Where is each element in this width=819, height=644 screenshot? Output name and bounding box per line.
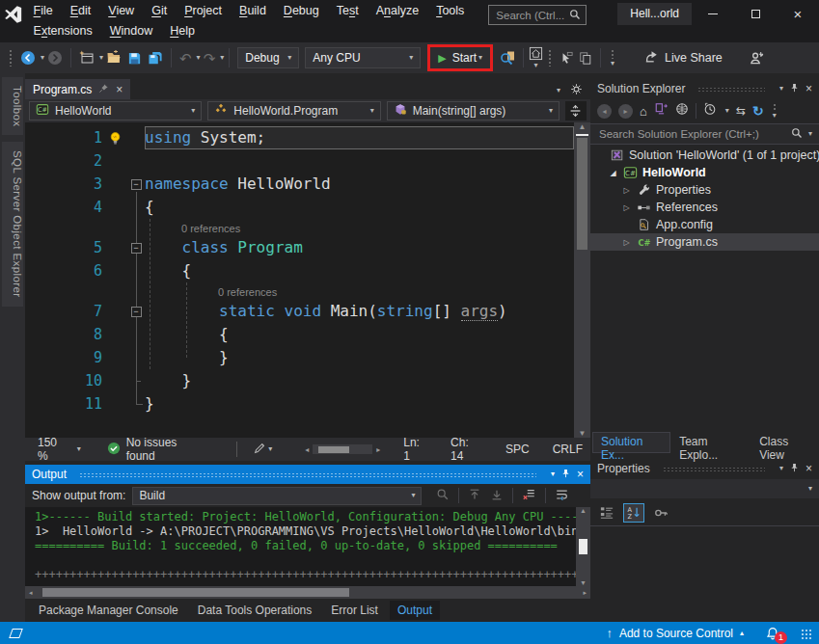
tree-expander-icon[interactable]: ▷ <box>621 186 632 195</box>
scroll-up-arrow[interactable]: ▲ <box>579 122 587 131</box>
code-line-10[interactable]: 10 } <box>25 369 574 392</box>
home-icon[interactable]: ⌂ <box>640 105 647 118</box>
code-line-8[interactable]: 8 { <box>25 323 574 346</box>
spaces-indicator[interactable]: SPC <box>505 443 530 456</box>
output-window-position-dropdown[interactable]: ▾ <box>551 470 555 478</box>
solution-platform-dropdown[interactable]: Any CPU▾ <box>305 47 421 68</box>
project-dropdown[interactable]: C# HelloWorld ▾ <box>29 101 202 121</box>
properties-object-dropdown[interactable]: ▾ <box>590 479 819 498</box>
navigate-back-button[interactable] <box>17 46 39 69</box>
collapse-minus-icon[interactable]: − <box>131 307 142 317</box>
open-file-button[interactable] <box>103 46 124 69</box>
scrollbar-thumb[interactable] <box>42 588 349 597</box>
tree-item-program-cs[interactable]: ▷C#Program.cs <box>590 233 819 251</box>
menu-item-git[interactable]: Git <box>143 4 176 17</box>
code-line-4[interactable]: 4{ <box>25 196 574 219</box>
code-line-3[interactable]: 3−namespace HelloWorld <box>25 173 574 196</box>
pin-tab-icon[interactable] <box>98 83 109 96</box>
source-control-dropdown[interactable]: ▴ <box>740 629 744 637</box>
toolbar-overflow-button[interactable]: ▾ <box>606 49 619 67</box>
code-line-1[interactable]: 1using System; <box>25 126 574 149</box>
menu-item-project[interactable]: Project <box>176 4 231 17</box>
menu-item-tools[interactable]: Tools <box>427 4 473 17</box>
pin-panel-icon[interactable] <box>560 468 571 482</box>
back-button[interactable]: ◂ <box>597 104 612 119</box>
codelens-references[interactable]: 0 references <box>218 286 277 298</box>
menu-item-test[interactable]: Test <box>328 4 368 17</box>
bottom-tab-output[interactable]: Output <box>390 601 440 620</box>
line-ending-indicator[interactable]: CRLF <box>553 443 583 456</box>
navigate-cursor-button[interactable] <box>557 46 576 69</box>
tree-expander-icon[interactable]: ▷ <box>621 203 632 212</box>
toolbar-grip[interactable] <box>9 49 13 67</box>
codelens-row[interactable]: 0 references <box>25 282 574 300</box>
menu-item-build[interactable]: Build <box>231 4 275 17</box>
pending-changes-filter-icon[interactable] <box>703 102 717 120</box>
tree-item-references[interactable]: ▷References <box>590 199 819 216</box>
active-files-dropdown[interactable]: ▾ <box>557 87 560 94</box>
codelens-row[interactable]: 0 references <box>25 219 574 236</box>
code-line-5[interactable]: 5− class Program <box>25 236 574 259</box>
sync-with-active-document-icon[interactable]: ⇆ <box>736 105 746 117</box>
scrollbar-thumb[interactable] <box>579 539 587 554</box>
properties-header[interactable]: Properties ▾ × <box>590 459 819 478</box>
previous-message-icon[interactable] <box>468 488 481 504</box>
panel-tab-team-explo[interactable]: Team Explo... <box>670 432 751 453</box>
bottom-tab-package-manager-console[interactable]: Package Manager Console <box>31 601 186 620</box>
menu-item-file[interactable]: File <box>25 4 62 17</box>
search-box[interactable] <box>488 5 587 25</box>
toolbar-overflow-button[interactable]: ▾ <box>773 103 777 120</box>
close-button[interactable]: × <box>777 0 819 28</box>
save-button[interactable] <box>124 46 145 69</box>
pin-panel-icon[interactable] <box>789 462 800 476</box>
solution-explorer-search[interactable]: ▾ <box>590 123 819 145</box>
show-all-files-icon[interactable] <box>675 102 689 120</box>
menu-item-view[interactable]: View <box>99 4 143 17</box>
undo-button[interactable]: ↶ <box>177 46 195 69</box>
panel-drag-texture[interactable] <box>663 467 765 471</box>
attach-to-process-button[interactable] <box>497 46 518 69</box>
bottom-tab-error-list[interactable]: Error List <box>323 601 386 620</box>
window-resize-grip[interactable] <box>800 628 811 639</box>
code-editor[interactable]: 1using System;23−namespace HelloWorld4{0… <box>25 122 574 438</box>
close-tab-icon[interactable]: × <box>116 83 123 96</box>
panel-drag-texture[interactable] <box>697 87 765 92</box>
start-debugging-button[interactable]: ▶ Start ▾ <box>435 46 485 69</box>
output-panel-header[interactable]: Output ▾ × <box>25 465 590 484</box>
code-line-11[interactable]: 11} <box>25 392 574 416</box>
menu-item-window[interactable]: Window <box>101 24 161 38</box>
categorized-view-icon[interactable] <box>599 506 614 520</box>
properties-content[interactable] <box>590 526 819 622</box>
collapse-minus-icon[interactable]: − <box>131 243 142 254</box>
scrollbar-thumb[interactable] <box>577 138 587 250</box>
output-horizontal-scrollbar[interactable]: ◂ ▸ <box>25 586 590 599</box>
tree-item-properties[interactable]: ▷Properties <box>590 181 819 199</box>
scroll-left-arrow[interactable]: ◂ <box>305 445 309 454</box>
code-line-7[interactable]: 7− static void Main(string[] args) <box>25 300 574 323</box>
scroll-left-arrow[interactable]: ◂ <box>29 589 33 597</box>
code-cleanup-dropdown[interactable]: ▾ <box>268 445 272 453</box>
forward-button[interactable]: ▸ <box>618 104 633 119</box>
add-to-source-control-button[interactable]: Add to Source Control <box>619 627 733 640</box>
tree-expander-icon[interactable]: ▷ <box>621 238 632 247</box>
tab-program-cs[interactable]: Program.cs × <box>25 79 130 99</box>
live-share-button[interactable]: Live Share <box>644 50 723 67</box>
word-wrap-icon[interactable] <box>555 488 569 504</box>
minimize-button[interactable] <box>692 0 734 28</box>
filter-dropdown[interactable]: ▾ <box>725 107 729 115</box>
scroll-down-arrow[interactable]: ▼ <box>580 579 587 586</box>
search-options-dropdown[interactable]: ▾ <box>808 130 812 138</box>
redo-dropdown[interactable]: ▾ <box>220 54 224 62</box>
lightbulb-icon[interactable] <box>102 126 127 149</box>
window-position-dropdown[interactable]: ▾ <box>779 85 783 93</box>
menu-item-edit[interactable]: Edit <box>62 4 100 17</box>
solution-explorer-header[interactable]: Solution Explorer ▾ × <box>590 79 819 98</box>
close-panel-icon[interactable]: × <box>577 468 584 481</box>
side-tab-toolbox[interactable]: Toolbox <box>2 77 23 135</box>
bottom-tab-data-tools-operations[interactable]: Data Tools Operations <box>190 601 320 620</box>
solution-configuration-dropdown[interactable]: Debug▾ <box>237 47 299 68</box>
pin-panel-icon[interactable] <box>789 82 800 96</box>
copy-item-button[interactable] <box>576 46 595 69</box>
panel-drag-texture[interactable] <box>79 472 536 477</box>
codelens-references[interactable]: 0 references <box>181 223 240 234</box>
